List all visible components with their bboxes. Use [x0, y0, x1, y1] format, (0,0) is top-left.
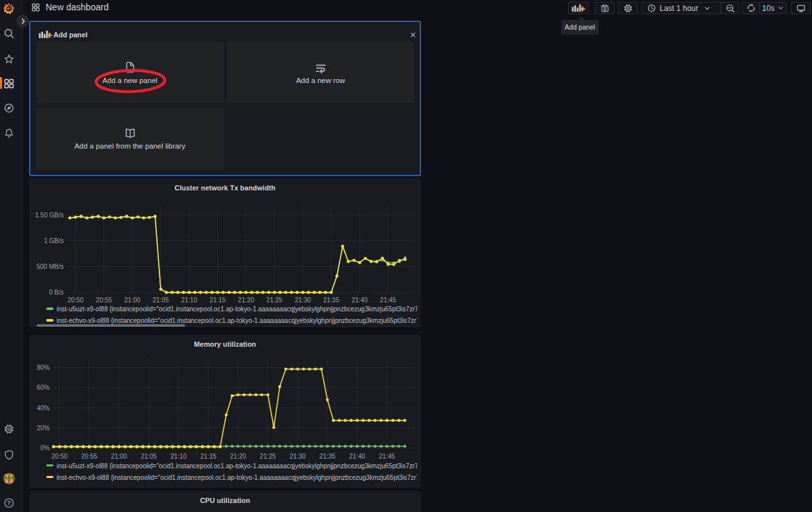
svg-text:60%: 60%: [37, 384, 50, 391]
svg-text:21:05: 21:05: [141, 452, 157, 459]
svg-text:21:00: 21:00: [124, 297, 140, 304]
svg-text:80%: 80%: [37, 363, 50, 370]
svg-text:21:30: 21:30: [294, 297, 311, 304]
svg-text:21:05: 21:05: [152, 297, 168, 304]
svg-text:21:10: 21:10: [170, 452, 186, 459]
svg-text:20%: 20%: [37, 424, 50, 431]
svg-text:21:25: 21:25: [260, 452, 276, 459]
svg-text:1.50 GB/s: 1.50 GB/s: [35, 211, 64, 218]
svg-text:20:50: 20:50: [68, 297, 84, 304]
svg-text:21:20: 21:20: [230, 452, 246, 459]
svg-text:21:20: 21:20: [238, 297, 254, 304]
svg-text:40%: 40%: [37, 404, 50, 411]
svg-text:21:25: 21:25: [266, 297, 282, 304]
svg-text:21:30: 21:30: [289, 452, 305, 459]
svg-text:21:15: 21:15: [210, 297, 226, 304]
svg-text:21:40: 21:40: [352, 297, 368, 304]
svg-text:21:10: 21:10: [181, 297, 197, 304]
svg-text:21:45: 21:45: [379, 452, 395, 459]
svg-text:21:15: 21:15: [200, 452, 216, 459]
svg-text:1 GB/s: 1 GB/s: [44, 237, 64, 244]
svg-text:20:55: 20:55: [96, 297, 112, 304]
svg-text:500 MB/s: 500 MB/s: [37, 263, 64, 270]
svg-text:?: ?: [7, 499, 11, 506]
svg-text:21:35: 21:35: [323, 297, 339, 304]
svg-text:21:40: 21:40: [349, 452, 365, 459]
svg-text:0%: 0%: [41, 444, 50, 452]
svg-text:20:55: 20:55: [81, 452, 97, 459]
svg-text:20:50: 20:50: [51, 452, 68, 459]
svg-text:0 B/s: 0 B/s: [49, 289, 64, 296]
svg-text:21:35: 21:35: [320, 452, 336, 459]
svg-text:21:00: 21:00: [111, 452, 127, 459]
svg-text:21:45: 21:45: [380, 297, 396, 304]
